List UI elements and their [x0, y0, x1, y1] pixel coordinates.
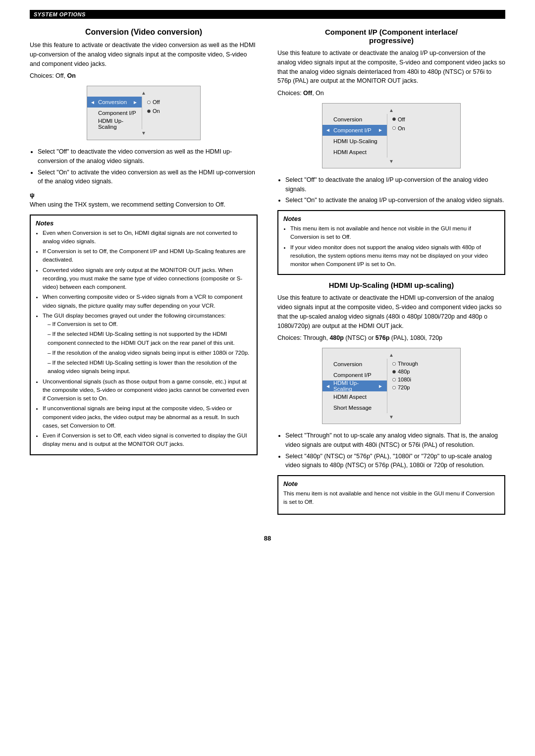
- comp-bullets: Select "Off" to deactivate the analog I/…: [277, 175, 505, 205]
- comp-title: Component I/P (Component interlace/progr…: [277, 28, 505, 45]
- spacer-arrow-2: ◄: [325, 138, 330, 144]
- menu-label-comp-3: Component I/P: [331, 372, 383, 378]
- conversion-intro: Use this feature to activate or deactiva…: [30, 41, 258, 68]
- note-item: Even if Conversion is set to Off, each v…: [43, 432, 252, 449]
- notes-title-right: Notes: [283, 215, 499, 222]
- menu-item-short-message-3: ◄ Short Message: [322, 402, 387, 413]
- menu-right-panel-2: Off On: [387, 114, 460, 158]
- option-on-1: On: [144, 107, 200, 115]
- bullet-item: Select "On" to activate the video conver…: [38, 168, 258, 187]
- hdmi-intro: Use this feature to activate or deactiva…: [277, 293, 505, 330]
- radio-on-2: [392, 126, 396, 130]
- component-ip-menu-box: ▲ ◄ Conversion ◄ Component I/P ►: [322, 103, 461, 168]
- notes-list-right: This menu item is not available and henc…: [283, 224, 499, 269]
- comp-choices: Choices: Off, On: [277, 89, 505, 98]
- spacer-3: ◄: [325, 394, 330, 400]
- spacer-1: ◄: [325, 362, 330, 367]
- menu-item-component-ip-1: ◄ Component I/P: [87, 108, 142, 118]
- menu-arrow-bottom-3: ▼: [322, 414, 460, 420]
- sub-note-item: – If the selected HDMI Up-Scaling settin…: [48, 359, 252, 376]
- menu-item-component-ip-2: ◄ Component I/P ►: [322, 125, 387, 136]
- menu-label-component-ip: Component I/P: [96, 110, 138, 116]
- menu-item-conversion-2: ◄ Conversion: [322, 114, 387, 125]
- menu-with-options-2: ◄ Conversion ◄ Component I/P ► ◄ HDMI Up…: [322, 114, 460, 158]
- option-label-off-1: Off: [153, 99, 160, 105]
- option-label-on-2: On: [398, 125, 405, 131]
- comp-choices-bold: Off: [303, 90, 312, 97]
- option-label-480p: 480p: [398, 369, 410, 375]
- option-on-2: On: [389, 124, 460, 133]
- arrow-left-icon: ◄: [90, 100, 95, 105]
- radio-off-1: [147, 101, 151, 104]
- menu-item-hdmi-upscaling-1: ◄ HDMI Up-Scaling: [87, 118, 142, 129]
- note-box-hdmi: Note This menu item is not available and…: [277, 475, 505, 515]
- conversion-menu-box: ▲ ◄ Conversion ► ◄ Component I/P: [87, 86, 201, 140]
- hdmi-bullet-item: Select "Through" not to up-scale any ana…: [285, 431, 505, 450]
- two-column-layout: Conversion (Video conversion) Use this f…: [30, 28, 505, 520]
- note-char-text: When using the THX system, we recommend …: [30, 201, 225, 208]
- menu-with-options-1: ◄ Conversion ► ◄ Component I/P ◄ HDMI Up…: [87, 97, 200, 129]
- conversion-choices: Choices: Off, On: [30, 71, 258, 81]
- menu-label-hdmi-upscaling: HDMI Up-Scaling: [96, 118, 138, 130]
- menu-arrow-top-2: ▲: [322, 108, 460, 113]
- arrow-left-comp: ◄: [325, 127, 330, 133]
- option-label-on-1: On: [153, 108, 160, 114]
- spacer-arrow: ◄: [325, 116, 330, 122]
- option-1080i: 1080i: [389, 376, 460, 383]
- option-through: Through: [389, 360, 460, 368]
- menu-label-hdmi-upscaling-2: HDMI Up-Scaling: [331, 138, 383, 144]
- note-char-section: ψ When using the THX system, we recommen…: [30, 190, 258, 210]
- hdmi-choices: Choices: Through, 480p (NTSC) or 576p (P…: [277, 333, 505, 343]
- notes-list-left: Even when Conversion is set to On, HDMI …: [36, 229, 252, 449]
- note-item: Even when Conversion is set to On, HDMI …: [43, 229, 252, 246]
- note-item: Unconventional signals (such as those ou…: [43, 378, 252, 403]
- hdmi-480p: 480p: [329, 334, 344, 341]
- menu-arrow-top-3: ▲: [322, 352, 460, 358]
- radio-through: [392, 362, 396, 366]
- menu-item-hdmi-upscaling-3: ◄ HDMI Up-Scaling ►: [322, 380, 387, 391]
- menu-arrow-bottom-2: ▼: [322, 159, 460, 164]
- comp-intro: Use this feature to activate or deactiva…: [277, 49, 505, 86]
- option-label-1080i: 1080i: [398, 377, 411, 382]
- menu-item-hdmi-upscaling-2: ◄ HDMI Up-Scaling: [322, 136, 387, 147]
- hdmi-576p: 576p: [375, 334, 390, 341]
- note-item: If Conversion is set to Off, the Compone…: [43, 247, 252, 265]
- option-off-1: Off: [144, 98, 200, 107]
- note-item: If unconventional signals are being inpu…: [43, 404, 252, 430]
- note-title-hdmi: Note: [283, 480, 499, 487]
- menu-left-panel-1: ◄ Conversion ► ◄ Component I/P ◄ HDMI Up…: [87, 97, 142, 129]
- menu-with-options-3: ◄ Conversion ◄ Component I/P ◄ HDMI Up-S…: [322, 359, 460, 413]
- radio-720p: [392, 386, 396, 389]
- menu-arrow-top: ▲: [87, 90, 200, 96]
- menu-label-hdmi-aspect-1: HDMI Aspect: [331, 149, 383, 155]
- arrow-right-hdmi: ►: [378, 383, 383, 389]
- menu-label-hdmi-3: HDMI Up-Scaling: [331, 380, 377, 392]
- menu-item-conversion-1: ◄ Conversion ►: [87, 97, 142, 108]
- left-column: Conversion (Video conversion) Use this f…: [30, 28, 258, 520]
- system-options-label: SYSTEM OPTIONS: [34, 11, 86, 17]
- menu-label-conversion: Conversion: [96, 99, 132, 105]
- conversion-title: Conversion (Video conversion): [30, 28, 258, 37]
- menu-right-panel-1: Off On: [142, 97, 200, 129]
- comp-note-item: If your video monitor does not support t…: [290, 243, 499, 269]
- menu-label-short-message: Short Message: [331, 405, 383, 411]
- spacer-arrow-3: ◄: [325, 149, 330, 155]
- menu-label-conversion-2: Conversion: [331, 116, 383, 122]
- menu-item-hdmi-aspect-3: ◄ HDMI Aspect: [322, 391, 387, 402]
- option-720p: 720p: [389, 383, 460, 391]
- menu-left-panel-3: ◄ Conversion ◄ Component I/P ◄ HDMI Up-S…: [322, 359, 387, 413]
- conversion-bullets: Select "Off" to deactivate the video con…: [30, 147, 258, 186]
- radio-1080i: [392, 378, 396, 381]
- page-number: 88: [30, 535, 505, 542]
- bullet-item: Select "Off" to deactivate the video con…: [38, 147, 258, 166]
- arrow-right-icon: ►: [133, 100, 138, 105]
- notes-box-left: Notes Even when Conversion is set to On,…: [30, 215, 258, 455]
- sub-note-item: – If the selected HDMI Up-Scaling settin…: [48, 330, 252, 347]
- comp-note-item: This menu item is not available and henc…: [290, 224, 499, 242]
- sub-note-item: – If Conversion is set to Off.: [48, 320, 252, 328]
- option-off-2: Off: [389, 115, 460, 124]
- note-item: When converting composite video or S-vid…: [43, 293, 252, 310]
- radio-off-2: [392, 117, 396, 121]
- hdmi-bullet-item: Select "480p" (NTSC) or "576p" (PAL), "1…: [285, 452, 505, 471]
- option-label-through: Through: [398, 361, 418, 367]
